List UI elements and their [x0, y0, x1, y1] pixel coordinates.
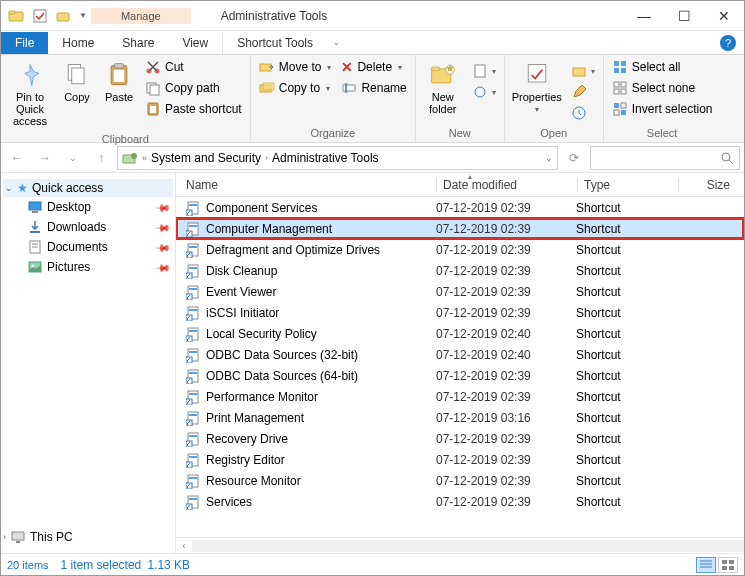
help-button[interactable]: ?	[720, 35, 736, 51]
file-row[interactable]: ODBC Data Sources (64-bit)07-12-2019 02:…	[176, 365, 744, 386]
file-row[interactable]: Computer Management07-12-2019 02:39Short…	[176, 218, 744, 239]
nav-pictures[interactable]: Pictures📌	[3, 257, 173, 277]
thumbnails-view-button[interactable]	[718, 557, 738, 573]
file-row[interactable]: Disk Cleanup07-12-2019 02:39Shortcut	[176, 260, 744, 281]
file-type: Shortcut	[576, 411, 676, 425]
nav-documents[interactable]: Documents📌	[3, 237, 173, 257]
qat-folder-icon[interactable]	[5, 5, 27, 27]
search-input[interactable]	[590, 146, 740, 170]
chevron-right-icon[interactable]: ›	[265, 153, 268, 163]
file-row[interactable]: Event Viewer07-12-2019 02:39Shortcut	[176, 281, 744, 302]
svg-rect-39	[614, 110, 619, 115]
tab-share[interactable]: Share	[108, 32, 168, 54]
file-row[interactable]: Performance Monitor07-12-2019 02:39Short…	[176, 386, 744, 407]
properties-button[interactable]: Properties ▾	[509, 57, 565, 118]
history-button[interactable]	[567, 103, 599, 123]
file-name: Services	[206, 495, 252, 509]
new-item-button[interactable]: ▾	[468, 61, 500, 81]
column-header-type[interactable]: Type	[578, 178, 678, 192]
address-bar[interactable]: « System and Security › Administrative T…	[117, 146, 558, 170]
file-row[interactable]: ODBC Data Sources (32-bit)07-12-2019 02:…	[176, 344, 744, 365]
cut-button[interactable]: Cut	[141, 57, 246, 77]
pin-to-quick-access-button[interactable]: Pin to Quick access	[5, 57, 55, 131]
file-row[interactable]: Print Management07-12-2019 03:16Shortcut	[176, 407, 744, 428]
qat-properties-icon[interactable]	[29, 5, 51, 27]
invert-selection-button[interactable]: Invert selection	[608, 99, 717, 119]
file-date: 07-12-2019 02:39	[436, 306, 576, 320]
qat-dropdown-icon[interactable]: ▼	[79, 11, 87, 20]
close-button[interactable]: ✕	[704, 1, 744, 31]
paste-shortcut-button[interactable]: Paste shortcut	[141, 99, 246, 119]
file-row[interactable]: Defragment and Optimize Drives07-12-2019…	[176, 239, 744, 260]
group-select: Select all Select none Invert selection …	[604, 55, 721, 142]
back-button[interactable]: ←	[5, 146, 29, 170]
svg-rect-86	[189, 414, 197, 416]
scroll-left-icon[interactable]: ‹	[176, 541, 192, 551]
svg-rect-84	[186, 399, 192, 405]
tab-view[interactable]: View	[168, 32, 222, 54]
column-header-date[interactable]: Date modified	[437, 178, 577, 192]
file-name: Print Management	[206, 411, 304, 425]
file-row[interactable]: Component Services07-12-2019 02:39Shortc…	[176, 197, 744, 218]
tab-home[interactable]: Home	[48, 32, 108, 54]
rename-button[interactable]: Rename	[337, 78, 410, 98]
move-to-icon	[259, 59, 275, 75]
up-button[interactable]: ↑	[89, 146, 113, 170]
svg-rect-68	[189, 288, 197, 290]
tab-shortcut-tools[interactable]: Shortcut Tools	[222, 32, 327, 54]
svg-rect-106	[729, 566, 734, 570]
file-name: ODBC Data Sources (64-bit)	[206, 369, 358, 383]
copy-to-button[interactable]: Copy to▾	[255, 78, 336, 98]
file-row[interactable]: Registry Editor07-12-2019 02:39Shortcut	[176, 449, 744, 470]
breadcrumb-segment-2[interactable]: Administrative Tools	[272, 151, 379, 165]
address-dropdown-icon[interactable]: ⌄	[545, 153, 553, 163]
select-all-button[interactable]: Select all	[608, 57, 717, 77]
nav-desktop[interactable]: Desktop📌	[3, 197, 173, 217]
nav-this-pc[interactable]: › This PC	[1, 527, 175, 547]
file-type: Shortcut	[576, 453, 676, 467]
file-row[interactable]: Resource Monitor07-12-2019 02:39Shortcut	[176, 470, 744, 491]
horizontal-scrollbar[interactable]: ‹	[176, 537, 744, 553]
file-type: Shortcut	[576, 432, 676, 446]
open-with-button[interactable]: ▾	[567, 61, 599, 81]
file-row[interactable]: Local Security Policy07-12-2019 02:40Sho…	[176, 323, 744, 344]
svg-rect-66	[186, 273, 192, 279]
easy-access-button[interactable]: ▾	[468, 82, 500, 102]
delete-button[interactable]: ✕Delete▾	[337, 57, 410, 77]
tab-file[interactable]: File	[1, 32, 48, 54]
nav-downloads[interactable]: Downloads📌	[3, 217, 173, 237]
move-to-button[interactable]: Move to▾	[255, 57, 336, 77]
column-header-name[interactable]: Name	[176, 178, 436, 192]
new-folder-button[interactable]: ★ New folder	[420, 57, 466, 119]
svg-rect-53	[12, 532, 24, 540]
breadcrumb-segment-1[interactable]: System and Security	[151, 151, 261, 165]
qat-new-folder-icon[interactable]	[53, 5, 75, 27]
nav-quick-access[interactable]: ⌄ ★ Quick access	[3, 179, 173, 197]
file-date: 07-12-2019 02:39	[436, 369, 576, 383]
svg-rect-63	[186, 252, 192, 258]
copy-button[interactable]: Copy	[57, 57, 97, 107]
breadcrumb-prev-icon[interactable]: «	[142, 153, 147, 163]
column-headers: ▴ Name Date modified Type Size	[176, 173, 744, 197]
column-header-size[interactable]: Size	[679, 178, 744, 192]
forward-button[interactable]: →	[33, 146, 57, 170]
details-view-button[interactable]	[696, 557, 716, 573]
svg-rect-71	[189, 309, 197, 311]
minimize-button[interactable]: —	[624, 1, 664, 31]
ribbon-collapse-icon[interactable]: ⌄	[327, 38, 346, 47]
file-row[interactable]: iSCSI Initiator07-12-2019 02:39Shortcut	[176, 302, 744, 323]
file-row[interactable]: Recovery Drive07-12-2019 02:39Shortcut	[176, 428, 744, 449]
file-row[interactable]: Services07-12-2019 02:39Shortcut	[176, 491, 744, 512]
refresh-button[interactable]: ⟳	[562, 146, 586, 170]
maximize-button[interactable]: ☐	[664, 1, 704, 31]
file-list[interactable]: Component Services07-12-2019 02:39Shortc…	[176, 197, 744, 537]
svg-rect-78	[186, 357, 192, 363]
select-none-button[interactable]: Select none	[608, 78, 717, 98]
svg-rect-24	[475, 65, 485, 77]
paste-button[interactable]: Paste	[99, 57, 139, 107]
quick-access-toolbar: ▼	[1, 1, 91, 30]
svg-rect-80	[189, 372, 197, 374]
edit-button[interactable]	[567, 82, 599, 102]
copy-path-button[interactable]: Copy path	[141, 78, 246, 98]
recent-locations-button[interactable]: ⌄	[61, 146, 85, 170]
